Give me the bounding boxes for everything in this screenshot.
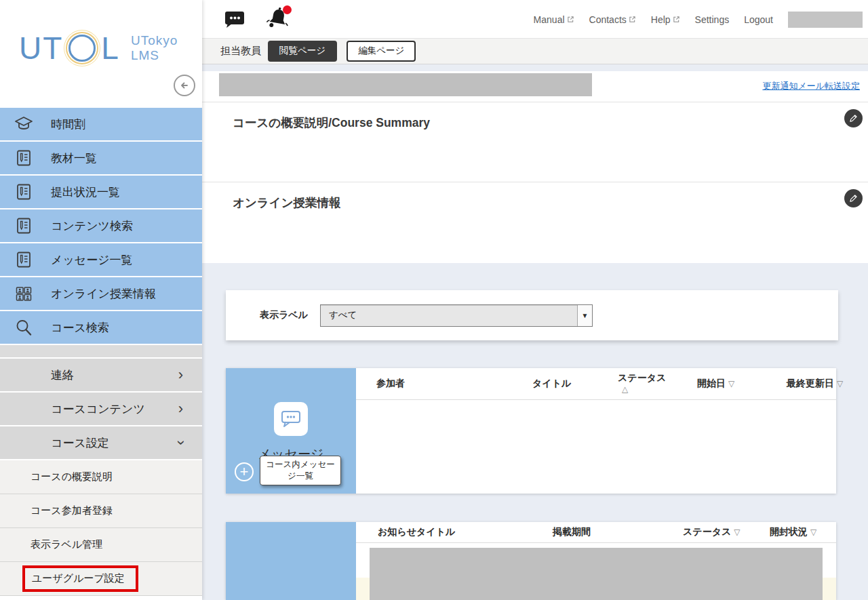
chat-icon	[222, 9, 245, 30]
external-link-icon	[629, 16, 636, 23]
message-icon-tile	[274, 402, 308, 436]
tab-edit-page[interactable]: 編集ページ	[347, 41, 416, 61]
sidebar-subitem-user-group-settings[interactable]: ユーザグループ設定	[0, 562, 202, 596]
notifications-button[interactable]	[266, 6, 290, 35]
sidebar-subitem-label: 表示ラベル管理	[31, 538, 102, 551]
redacted-announcement-content	[370, 548, 823, 600]
sidebar-subitem-display-label-management[interactable]: 表示ラベル管理	[0, 528, 202, 562]
chevron-down-icon: ›	[173, 440, 188, 445]
page-tabstrip: 担当教員 閲覧ページ 編集ページ	[202, 39, 868, 64]
select-value: すべて	[321, 305, 577, 326]
column-announcement-title: お知らせタイトル	[378, 526, 455, 538]
logo-text-right: L	[101, 33, 120, 64]
pencil-icon	[849, 114, 858, 123]
column-label: ステータス	[618, 372, 666, 383]
online-class-info-section: オンライン授業情報	[202, 182, 868, 263]
sort-desc-icon[interactable]: ▽	[810, 527, 816, 537]
sidebar-subitem-course-summary[interactable]: コースの概要説明	[0, 460, 202, 494]
sidebar-group-course-contents[interactable]: コースコンテンツ ›	[0, 393, 202, 425]
redacted-course-title	[219, 73, 592, 96]
sort-desc-icon[interactable]: ▽	[734, 527, 740, 537]
tab-view-page[interactable]: 閲覧ページ	[268, 41, 337, 61]
course-message-list-button[interactable]: コース内メッセージ一覧	[260, 456, 341, 485]
course-header-card: 更新通知メール転送設定 コースの概要説明/Course Summary オンライ…	[202, 71, 868, 263]
notification-badge	[283, 5, 292, 14]
search-icon	[14, 317, 34, 338]
sidebar-item-online-class-info[interactable]: オンライン授業情報	[0, 277, 202, 310]
dropdown-arrow-icon[interactable]: ▼	[577, 305, 592, 326]
sidebar-group-label: コースコンテンツ	[51, 401, 178, 417]
nav-manual[interactable]: Manual	[534, 14, 574, 25]
logo-text-left: UT	[19, 33, 63, 64]
nav-label: Logout	[744, 14, 773, 25]
utol-logo: UT L UTokyo LMS	[19, 33, 178, 64]
topbar: Manual Contacts Help Settings Logout	[202, 0, 868, 39]
sidebar-group-course-settings[interactable]: コース設定 ›	[0, 426, 202, 459]
message-table-header: 参加者 タイトル ステータス △ 開始日▽ 最終更新日▽	[356, 368, 836, 400]
nav-label: Help	[651, 14, 671, 25]
section-title: オンライン授業情報	[233, 195, 341, 211]
announcement-panel: お知らせタイトル 掲載期間 ステータス▽ 開封状況▽	[226, 522, 836, 600]
sidebar-item-label: コース検索	[51, 320, 109, 336]
sidebar-subitem-label: ユーザグループ設定	[32, 572, 125, 584]
sort-desc-icon[interactable]: ▽	[837, 379, 843, 388]
topbar-nav: Manual Contacts Help Settings Logout	[534, 0, 863, 39]
course-summary-section: コースの概要説明/Course Summary	[202, 102, 868, 182]
sidebar-group-contact[interactable]: 連絡 ›	[0, 359, 202, 391]
display-label-label: 表示ラベル	[260, 309, 308, 321]
add-message-button[interactable]: +	[235, 462, 254, 481]
section-title: コースの概要説明/Course Summary	[233, 115, 430, 131]
sidebar-item-timetable[interactable]: 時間割	[0, 108, 202, 140]
chevron-right-icon: ›	[178, 401, 183, 416]
sidebar-item-course-search[interactable]: コース検索	[0, 311, 202, 344]
message-panel: メッセージ + コース内メッセージ一覧 参加者 タイトル ステータス △ 開始日…	[226, 368, 836, 494]
sidebar-subitem-label: コースの概要説明	[31, 471, 113, 483]
column-status: ステータス▽	[683, 526, 741, 538]
nav-contacts[interactable]: Contacts	[589, 14, 636, 25]
chat-bubble-icon	[280, 409, 302, 429]
main-area: Manual Contacts Help Settings Logout	[202, 0, 868, 600]
column-open-status: 開封状況▽	[770, 526, 816, 538]
column-posting-period: 掲載期間	[553, 526, 591, 538]
clipboard-icon	[14, 249, 34, 270]
nav-settings[interactable]: Settings	[695, 14, 730, 25]
nav-label: Contacts	[589, 14, 627, 25]
edit-online-class-info-button[interactable]	[844, 189, 863, 207]
sort-desc-icon[interactable]: ▽	[728, 379, 734, 388]
chevron-right-icon: ›	[178, 367, 183, 382]
announcement-panel-sidebar	[226, 522, 356, 600]
sidebar-item-materials[interactable]: 教材一覧	[0, 142, 202, 174]
course-settings-submenu: コースの概要説明 コース参加者登録 表示ラベル管理 ユーザグループ設定	[0, 460, 202, 596]
red-highlight-box: ユーザグループ設定	[22, 565, 138, 592]
nav-help[interactable]: Help	[651, 14, 680, 25]
graduation-cap-icon	[14, 114, 34, 134]
people-grid-icon	[14, 283, 34, 304]
sort-asc-icon[interactable]: △	[618, 384, 666, 395]
sidebar-item-label: オンライン授業情報	[51, 286, 156, 302]
nav-logout[interactable]: Logout	[744, 14, 773, 25]
column-start-date: 開始日▽	[697, 378, 734, 390]
logo-area: UT L UTokyo LMS	[0, 0, 202, 107]
column-status: ステータス △	[618, 372, 666, 395]
column-title: タイトル	[532, 378, 571, 390]
utol-lms-page: UT L UTokyo LMS 時間割	[0, 0, 868, 600]
pencil-icon	[849, 194, 858, 203]
external-link-icon	[567, 16, 574, 23]
sidebar-item-label: 提出状況一覧	[51, 184, 120, 200]
column-label: ステータス	[683, 526, 731, 537]
sidebar-collapse-button[interactable]	[174, 75, 195, 96]
role-label: 担当教員	[220, 45, 261, 58]
sidebar-subitem-participant-registration[interactable]: コース参加者登録	[0, 494, 202, 528]
sidebar-item-message-list[interactable]: メッセージ一覧	[0, 243, 202, 276]
sidebar-item-label: コンテンツ検索	[51, 218, 133, 234]
sidebar-item-content-search[interactable]: コンテンツ検索	[0, 209, 202, 242]
chat-button[interactable]	[222, 9, 245, 33]
update-mail-forward-link[interactable]: 更新通知メール転送設定	[762, 80, 860, 92]
display-label-select[interactable]: すべて ▼	[320, 304, 593, 327]
edit-course-summary-button[interactable]	[844, 109, 863, 127]
sidebar-group-label: 連絡	[51, 367, 178, 383]
column-participants: 参加者	[376, 378, 405, 390]
arrow-left-circle-icon	[178, 79, 191, 92]
column-label: 開封状況	[770, 526, 808, 537]
sidebar-item-submissions[interactable]: 提出状況一覧	[0, 176, 202, 208]
